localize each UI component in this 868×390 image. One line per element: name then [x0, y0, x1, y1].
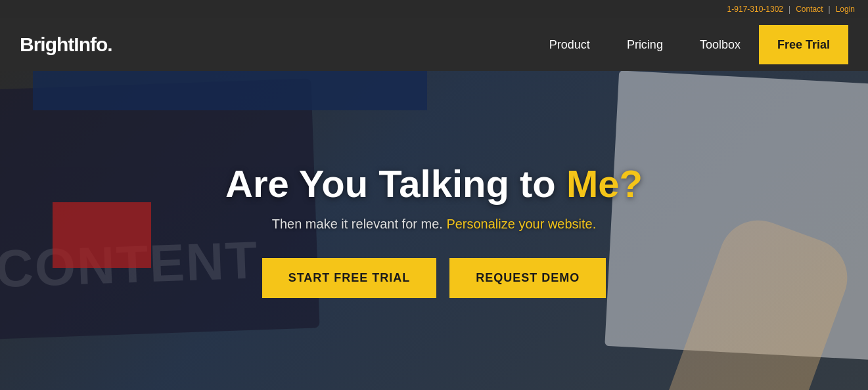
login-link[interactable]: Login [836, 5, 855, 14]
bg-strip-2 [53, 202, 151, 268]
nav-toolbox[interactable]: Toolbox [681, 18, 759, 71]
separator-1: | [788, 5, 790, 14]
hero-subtitle: Then make it relevant for me. Personaliz… [225, 217, 643, 232]
top-bar: 1-917-310-1302 | Contact | Login [0, 0, 868, 18]
hero-buttons: START FREE TRIAL REQUEST DEMO [225, 258, 643, 298]
hero-title-part1: Are You Talking to [225, 162, 566, 205]
header: BrightInfo. Product Pricing Toolbox Free… [0, 18, 868, 71]
hero-subtitle-text: Then make it relevant for me. [272, 217, 447, 231]
hero-section: Are You Talking to Me? Then make it rele… [0, 71, 868, 390]
phone-link[interactable]: 1-917-310-1302 [727, 5, 783, 14]
nav-pricing[interactable]: Pricing [608, 18, 681, 71]
hero-title: Are You Talking to Me? [225, 163, 643, 205]
hero-title-highlight: Me? [566, 162, 643, 205]
nav-free-trial[interactable]: Free Trial [759, 25, 848, 64]
hero-subtitle-link[interactable]: Personalize your website. [446, 217, 596, 231]
logo[interactable]: BrightInfo. [20, 33, 112, 56]
nav-product[interactable]: Product [531, 18, 608, 71]
bg-strip-1 [33, 71, 427, 110]
separator-2: | [829, 5, 831, 14]
contact-link[interactable]: Contact [796, 5, 823, 14]
start-free-trial-button[interactable]: START FREE TRIAL [262, 258, 437, 298]
request-demo-button[interactable]: REQUEST DEMO [449, 258, 606, 298]
hero-content: Are You Talking to Me? Then make it rele… [212, 150, 656, 311]
main-nav: Product Pricing Toolbox Free Trial [531, 18, 848, 71]
